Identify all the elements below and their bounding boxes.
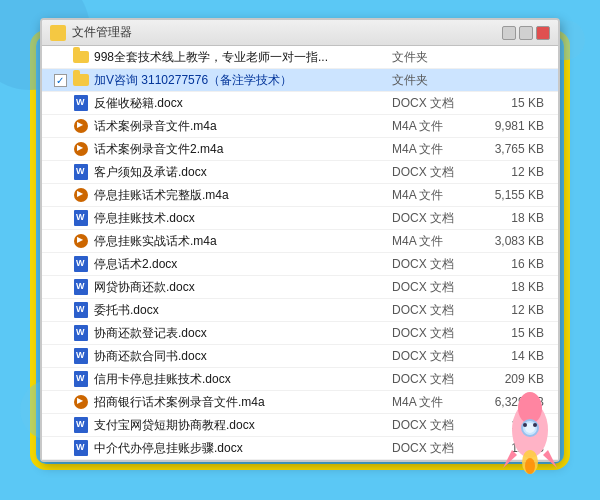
docx-icon [72, 416, 90, 434]
folder-icon [72, 48, 90, 66]
docx-icon [72, 370, 90, 388]
file-type: M4A 文件 [392, 141, 482, 158]
titlebar-folder-icon [50, 25, 66, 41]
svg-point-5 [525, 458, 535, 474]
m4a-icon [72, 140, 90, 158]
table-row[interactable]: 话术案例录音文件2.m4aM4A 文件3,765 KB [42, 138, 558, 161]
titlebar: 文件管理器 [42, 20, 558, 46]
svg-point-7 [533, 423, 537, 427]
rocket-decoration [495, 390, 565, 470]
table-row[interactable]: 客户须知及承诺.docxDOCX 文档12 KB [42, 161, 558, 184]
file-type: 文件夹 [392, 72, 482, 89]
m4a-icon [72, 393, 90, 411]
docx-icon [72, 255, 90, 273]
file-size: 15 KB [482, 96, 552, 110]
table-row[interactable]: 998全套技术线上教学，专业老师一对一指...文件夹 [42, 46, 558, 69]
file-type: M4A 文件 [392, 394, 482, 411]
file-type: M4A 文件 [392, 187, 482, 204]
close-button[interactable] [536, 26, 550, 40]
file-name: 客户须知及承诺.docx [94, 164, 392, 181]
file-name: 话术案例录音文件.m4a [94, 118, 392, 135]
file-name: 协商还款登记表.docx [94, 325, 392, 342]
docx-icon [72, 94, 90, 112]
file-size: 15 KB [482, 326, 552, 340]
table-row[interactable]: 委托书.docxDOCX 文档12 KB [42, 299, 558, 322]
file-type: DOCX 文档 [392, 302, 482, 319]
file-type: DOCX 文档 [392, 256, 482, 273]
table-row[interactable]: 协商还款合同书.docxDOCX 文档14 KB [42, 345, 558, 368]
table-row[interactable]: 停息挂账话术完整版.m4aM4A 文件5,155 KB [42, 184, 558, 207]
m4a-icon [72, 117, 90, 135]
file-size: 12 KB [482, 165, 552, 179]
file-size: 3,765 KB [482, 142, 552, 156]
minimize-button[interactable] [502, 26, 516, 40]
file-type: DOCX 文档 [392, 95, 482, 112]
file-name: 支付宝网贷短期协商教程.docx [94, 417, 392, 434]
file-name: 话术案例录音文件2.m4a [94, 141, 392, 158]
file-name: 998全套技术线上教学，专业老师一对一指... [94, 49, 392, 66]
maximize-button[interactable] [519, 26, 533, 40]
table-row[interactable]: ✓加V咨询 3110277576（备注学技术）文件夹 [42, 69, 558, 92]
file-size: 9,981 KB [482, 119, 552, 133]
docx-icon [72, 163, 90, 181]
file-name: 停息挂账实战话术.m4a [94, 233, 392, 250]
file-size: 5,155 KB [482, 188, 552, 202]
table-row[interactable]: 话术案例录音文件.m4aM4A 文件9,981 KB [42, 115, 558, 138]
file-size: 3,083 KB [482, 234, 552, 248]
file-size: 12 KB [482, 303, 552, 317]
file-type: DOCX 文档 [392, 325, 482, 342]
file-name: 委托书.docx [94, 302, 392, 319]
checkbox-area: ✓ [48, 74, 72, 87]
titlebar-title: 文件管理器 [72, 24, 502, 41]
docx-icon [72, 439, 90, 457]
file-type: DOCX 文档 [392, 371, 482, 388]
table-row[interactable]: 网贷协商还款.docxDOCX 文档18 KB [42, 276, 558, 299]
file-type: M4A 文件 [392, 118, 482, 135]
file-list: 998全套技术线上教学，专业老师一对一指...文件夹✓加V咨询 31102775… [42, 46, 558, 460]
file-size: 18 KB [482, 211, 552, 225]
file-name: 停息挂账话术完整版.m4a [94, 187, 392, 204]
file-type: 文件夹 [392, 49, 482, 66]
file-name: 反催收秘籍.docx [94, 95, 392, 112]
file-manager-window: 文件管理器 998全套技术线上教学，专业老师一对一指...文件夹✓加V咨询 31… [40, 18, 560, 462]
table-row[interactable]: 停息话术2.docxDOCX 文档16 KB [42, 253, 558, 276]
table-row[interactable]: 协商还款登记表.docxDOCX 文档15 KB [42, 322, 558, 345]
file-size: 14 KB [482, 349, 552, 363]
table-row[interactable]: 支付宝网贷短期协商教程.docxDOCX 文档13 KB [42, 414, 558, 437]
table-row[interactable]: 信用卡停息挂账技术.docxDOCX 文档209 KB [42, 368, 558, 391]
file-name: 招商银行话术案例录音文件.m4a [94, 394, 392, 411]
file-name: 加V咨询 3110277576（备注学技术） [94, 72, 392, 89]
table-row[interactable]: 停息挂账技术.docxDOCX 文档18 KB [42, 207, 558, 230]
docx-icon [72, 347, 90, 365]
file-size: 209 KB [482, 372, 552, 386]
file-type: DOCX 文档 [392, 279, 482, 296]
docx-icon [72, 278, 90, 296]
table-row[interactable]: 招商银行话术案例录音文件.m4aM4A 文件6,329 KB [42, 391, 558, 414]
m4a-icon [72, 232, 90, 250]
file-name: 停息话术2.docx [94, 256, 392, 273]
file-type: M4A 文件 [392, 233, 482, 250]
folder-icon [72, 71, 90, 89]
table-row[interactable]: 反催收秘籍.docxDOCX 文档15 KB [42, 92, 558, 115]
titlebar-buttons [502, 26, 550, 40]
file-name: 信用卡停息挂账技术.docx [94, 371, 392, 388]
file-type: DOCX 文档 [392, 348, 482, 365]
file-name: 协商还款合同书.docx [94, 348, 392, 365]
table-row[interactable]: 停息挂账实战话术.m4aM4A 文件3,083 KB [42, 230, 558, 253]
file-size: 16 KB [482, 257, 552, 271]
file-name: 网贷协商还款.docx [94, 279, 392, 296]
file-name: 停息挂账技术.docx [94, 210, 392, 227]
checkbox[interactable]: ✓ [54, 74, 67, 87]
file-type: DOCX 文档 [392, 440, 482, 457]
file-type: DOCX 文档 [392, 210, 482, 227]
table-row[interactable]: 中介代办停息挂账步骤.docxDOCX 文档12 KB [42, 437, 558, 460]
docx-icon [72, 209, 90, 227]
file-type: DOCX 文档 [392, 417, 482, 434]
docx-icon [72, 324, 90, 342]
file-name: 中介代办停息挂账步骤.docx [94, 440, 392, 457]
file-type: DOCX 文档 [392, 164, 482, 181]
m4a-icon [72, 186, 90, 204]
file-size: 18 KB [482, 280, 552, 294]
docx-icon [72, 301, 90, 319]
svg-point-6 [523, 423, 527, 427]
